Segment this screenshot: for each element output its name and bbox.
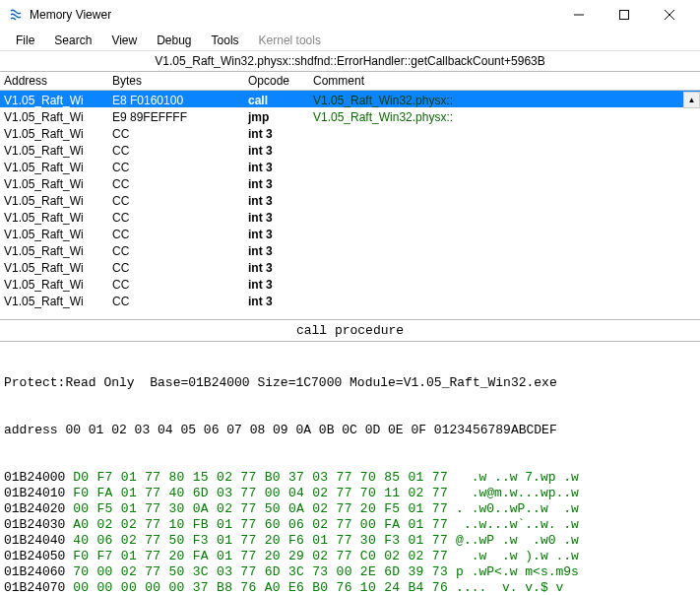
disasm-addr: V1.05_Raft_Wi — [0, 107, 108, 124]
disasm-row[interactable]: V1.05_Raft_WiCCint 3 — [0, 158, 700, 174]
disasm-opcode: int 3 — [244, 191, 309, 208]
hex-row[interactable]: 01B24060 70 00 02 77 50 3C 03 77 6D 3C 7… — [4, 564, 696, 580]
col-header-address[interactable]: Address — [0, 72, 108, 90]
disasm-opcode: int 3 — [244, 208, 309, 225]
disasm-opcode: int 3 — [244, 241, 309, 258]
disasm-row[interactable]: V1.05_Raft_WiCCint 3 — [0, 225, 700, 241]
disasm-comment — [309, 258, 700, 275]
hex-row[interactable]: 01B24020 00 F5 01 77 30 0A 02 77 50 0A 0… — [4, 501, 696, 517]
col-header-bytes[interactable]: Bytes — [108, 72, 244, 90]
disasm-bytes: E9 89FEFFFF — [108, 107, 244, 124]
disasm-comment — [309, 292, 700, 308]
disasm-bytes: CC — [108, 191, 244, 208]
disasm-comment — [309, 174, 700, 191]
hex-header-cols: 00 01 02 03 04 05 06 07 08 09 0A 0B 0C 0… — [58, 423, 557, 437]
disasm-opcode: int 3 — [244, 124, 309, 141]
app-icon — [8, 7, 24, 23]
titlebar: Memory Viewer — [0, 0, 700, 30]
disasm-opcode: jmp — [244, 107, 309, 124]
disasm-opcode: int 3 — [244, 258, 309, 275]
disasm-bytes: CC — [108, 141, 244, 158]
hex-row[interactable]: 01B24000 D0 F7 01 77 80 15 02 77 B0 37 0… — [4, 470, 696, 486]
hex-info: Protect:Read Only Base=01B24000 Size=1C7… — [4, 375, 696, 391]
menubar: File Search View Debug Tools Kernel tool… — [0, 30, 700, 51]
status-bar: call procedure — [0, 320, 700, 342]
hex-ascii: ..w...w`..w. .w — [456, 517, 579, 532]
menu-tools[interactable]: Tools — [202, 31, 249, 50]
hex-addr: 01B24040 — [4, 533, 73, 548]
hex-header-addr: address — [4, 423, 58, 437]
svg-rect-1 — [620, 11, 629, 20]
hex-row[interactable]: 01B24030 A0 02 02 77 10 FB 01 77 60 06 0… — [4, 517, 696, 533]
disasm-comment — [309, 241, 700, 258]
hex-addr: 01B24070 — [4, 580, 73, 595]
hex-view[interactable]: Protect:Read Only Base=01B24000 Size=1C7… — [0, 342, 700, 595]
disasm-row[interactable]: V1.05_Raft_WiCCint 3 — [0, 208, 700, 225]
disasm-addr: V1.05_Raft_Wi — [0, 258, 108, 275]
disasm-row[interactable]: V1.05_Raft_WiCCint 3 — [0, 124, 700, 141]
disasm-row[interactable]: V1.05_Raft_WiCCint 3 — [0, 141, 700, 158]
disasm-comment — [309, 225, 700, 241]
hex-bytes: A0 02 02 77 10 FB 01 77 60 06 02 77 00 F… — [73, 517, 456, 532]
disasm-opcode: int 3 — [244, 158, 309, 174]
disasm-opcode: int 3 — [244, 225, 309, 241]
disasm-bytes: CC — [108, 292, 244, 308]
col-header-comment[interactable]: Comment — [309, 72, 700, 90]
disasm-addr: V1.05_Raft_Wi — [0, 141, 108, 158]
disasm-row[interactable]: V1.05_Raft_WiCCint 3 — [0, 275, 700, 292]
disasm-bytes: CC — [108, 124, 244, 141]
disasm-comment — [309, 124, 700, 141]
disasm-row[interactable]: V1.05_Raft_WiE8 F0160100callV1.05_Raft_W… — [0, 91, 700, 107]
hex-addr: 01B24020 — [4, 501, 73, 516]
hex-row[interactable]: 01B24010 F0 FA 01 77 40 6D 03 77 00 04 0… — [4, 486, 696, 501]
hex-ascii: p .wP<.w m<s.m9s — [456, 564, 579, 579]
disasm-opcode: int 3 — [244, 292, 309, 308]
disasm-row[interactable]: V1.05_Raft_WiCCint 3 — [0, 191, 700, 208]
disasm-comment — [309, 275, 700, 292]
disasm-opcode: int 3 — [244, 174, 309, 191]
disasm-bytes: E8 F0160100 — [108, 91, 244, 107]
disasm-bytes: CC — [108, 225, 244, 241]
hex-bytes: F0 FA 01 77 40 6D 03 77 00 04 02 77 70 1… — [73, 486, 456, 500]
hex-addr: 01B24010 — [4, 486, 73, 500]
hex-ascii: .w ..w 7.wp .w — [456, 470, 579, 485]
menu-view[interactable]: View — [101, 31, 147, 50]
hex-row[interactable]: 01B24050 F0 F7 01 77 20 FA 01 77 20 29 0… — [4, 549, 696, 564]
hex-ascii: . .w0..wP..w .w — [456, 501, 579, 516]
menu-search[interactable]: Search — [44, 31, 101, 50]
hex-bytes: 00 F5 01 77 30 0A 02 77 50 0A 02 77 20 F… — [73, 501, 456, 516]
disasm-comment — [309, 191, 700, 208]
disasm-row[interactable]: V1.05_Raft_WiCCint 3 — [0, 258, 700, 275]
disasm-row[interactable]: V1.05_Raft_WiCCint 3 — [0, 241, 700, 258]
disasm-addr: V1.05_Raft_Wi — [0, 225, 108, 241]
disasm-bytes: CC — [108, 208, 244, 225]
scroll-up-button[interactable]: ▲ — [683, 92, 700, 108]
disasm-addr: V1.05_Raft_Wi — [0, 191, 108, 208]
disasm-bytes: CC — [108, 241, 244, 258]
minimize-button[interactable] — [556, 0, 602, 30]
disasm-row[interactable]: V1.05_Raft_WiE9 89FEFFFFjmpV1.05_Raft_Wi… — [0, 107, 700, 124]
disasm-addr: V1.05_Raft_Wi — [0, 275, 108, 292]
col-header-opcode[interactable]: Opcode — [244, 72, 309, 90]
disasm-comment: V1.05_Raft_Win32.physx:: — [309, 107, 700, 124]
disasm-comment: V1.05_Raft_Win32.physx:: — [309, 91, 700, 107]
maximize-button[interactable] — [602, 0, 647, 30]
hex-row[interactable]: 01B24070 00 00 00 00 00 37 B8 76 A0 E6 B… — [4, 580, 696, 595]
disasm-row[interactable]: V1.05_Raft_WiCCint 3 — [0, 292, 700, 308]
hex-ascii: .... v. v.$ v — [456, 580, 563, 595]
hex-bytes: 00 00 00 00 00 37 B8 76 A0 E6 B0 76 10 2… — [73, 580, 456, 595]
menu-file[interactable]: File — [6, 31, 44, 50]
disasm-row[interactable]: V1.05_Raft_WiCCint 3 — [0, 174, 700, 191]
hex-row[interactable]: 01B24040 40 06 02 77 50 F3 01 77 20 F6 0… — [4, 533, 696, 549]
menu-kernel-tools[interactable]: Kernel tools — [249, 31, 331, 50]
hex-bytes: 40 06 02 77 50 F3 01 77 20 F6 01 77 30 F… — [73, 533, 456, 548]
disasm-addr: V1.05_Raft_Wi — [0, 91, 108, 107]
disasm-addr: V1.05_Raft_Wi — [0, 241, 108, 258]
disassembly-view[interactable]: Address Bytes Opcode Comment V1.05_Raft_… — [0, 72, 700, 320]
disasm-addr: V1.05_Raft_Wi — [0, 158, 108, 174]
close-button[interactable] — [647, 0, 692, 30]
menu-debug[interactable]: Debug — [147, 31, 201, 50]
disasm-addr: V1.05_Raft_Wi — [0, 174, 108, 191]
disasm-opcode: call — [244, 91, 309, 107]
disasm-bytes: CC — [108, 258, 244, 275]
